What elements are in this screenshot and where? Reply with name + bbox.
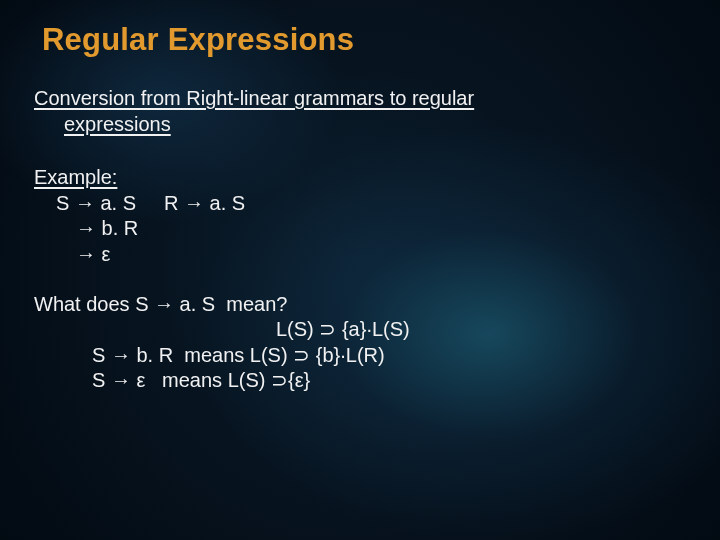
meaning-line2: S → b. R means L(S) ⊃ {b}·L(R) bbox=[34, 343, 680, 369]
meaning-block: What does S → a. S mean? L(S) ⊃ {a}·L(S)… bbox=[34, 292, 680, 394]
example-block: Example: S → a. S R → a. S → b. R → ε bbox=[34, 165, 680, 267]
grammar-r-rule1: R → a. S bbox=[164, 191, 245, 217]
slide-title: Regular Expressions bbox=[0, 0, 720, 68]
section-heading: Conversion from Right-linear grammars to… bbox=[34, 86, 680, 137]
grammar-row-3: → ε bbox=[34, 242, 680, 268]
meaning-line1: L(S) ⊃ {a}·L(S) bbox=[34, 317, 680, 343]
meaning-line3: S → ε means L(S) ⊃{ε} bbox=[34, 368, 680, 394]
grammar-s-rule1: S → a. S bbox=[34, 191, 164, 217]
meaning-question: What does S → a. S mean? bbox=[34, 292, 680, 318]
example-label: Example: bbox=[34, 165, 117, 191]
section-heading-line2: expressions bbox=[34, 113, 171, 135]
section-heading-line1: Conversion from Right-linear grammars to… bbox=[34, 87, 474, 109]
slide-body: Conversion from Right-linear grammars to… bbox=[0, 68, 720, 394]
grammar-s-rule2: → b. R bbox=[34, 216, 164, 242]
grammar-row-1: S → a. S R → a. S bbox=[34, 191, 680, 217]
grammar-row-2: → b. R bbox=[34, 216, 680, 242]
grammar-s-rule3: → ε bbox=[34, 242, 164, 268]
slide: Regular Expressions Conversion from Righ… bbox=[0, 0, 720, 540]
